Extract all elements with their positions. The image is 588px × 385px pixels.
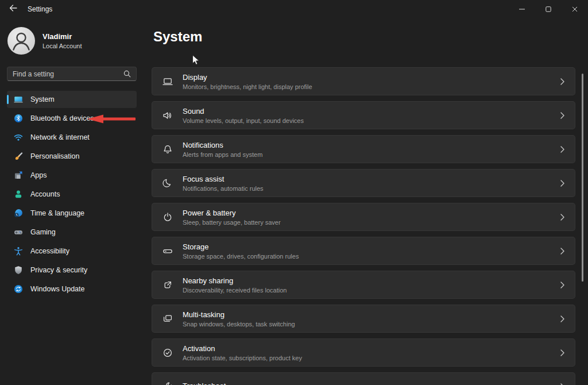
windows-update-icon [14, 284, 23, 294]
accounts-icon [14, 190, 23, 199]
focus-assist-icon [161, 177, 174, 190]
sidebar-item-apps[interactable]: Apps [7, 167, 137, 184]
settings-window-body: Vladimir Local Account System [0, 18, 588, 385]
search-box [7, 67, 137, 81]
card-subtitle: Storage space, drives, configuration rul… [183, 253, 560, 260]
sidebar-item-label: Gaming [30, 228, 56, 236]
back-arrow-icon [9, 4, 17, 14]
titlebar: Settings [0, 0, 588, 18]
card-title: Nearby sharing [183, 276, 560, 285]
card-subtitle: Activation state, subscriptions, product… [183, 355, 560, 361]
user-profile[interactable]: Vladimir Local Account [7, 27, 137, 55]
search-icon [123, 70, 131, 78]
card-notifications[interactable]: Notifications Alerts from apps and syste… [152, 135, 575, 163]
chevron-right-icon [560, 112, 564, 119]
card-subtitle: Snap windows, desktops, task switching [183, 321, 560, 328]
sidebar-nav: System Bluetooth & devices Network & int… [7, 91, 137, 298]
time-language-icon [14, 209, 23, 218]
page-title: System [153, 29, 575, 45]
chevron-right-icon [560, 214, 564, 221]
activation-icon [161, 346, 174, 359]
card-power-battery[interactable]: Power & battery Sleep, battery usage, ba… [152, 203, 575, 231]
accessibility-icon [14, 247, 23, 256]
selection-indicator [7, 95, 9, 104]
maximize-button[interactable] [535, 0, 562, 18]
card-subtitle: Sleep, battery usage, battery saver [183, 219, 560, 226]
avatar [7, 27, 35, 55]
minimize-icon [519, 4, 525, 14]
card-activation[interactable]: Activation Activation state, subscriptio… [152, 338, 575, 367]
main-content: System Display Monitors, brightness, nig… [144, 18, 588, 385]
scrollbar-thumb[interactable] [582, 74, 583, 282]
card-display[interactable]: Display Monitors, brightness, night ligh… [152, 67, 575, 95]
network-icon [14, 133, 23, 142]
sidebar-item-label: System [30, 95, 55, 103]
chevron-right-icon [560, 349, 564, 356]
card-title: Power & battery [183, 209, 560, 217]
apps-icon [14, 171, 23, 180]
card-multi-tasking[interactable]: Multi-tasking Snap windows, desktops, ta… [152, 305, 575, 333]
sidebar-item-label: Personalisation [30, 152, 79, 160]
sidebar-item-label: Time & language [30, 209, 84, 217]
chevron-right-icon [560, 78, 564, 85]
card-title: Notifications [183, 141, 560, 149]
sidebar-item-gaming[interactable]: Gaming [7, 224, 137, 241]
card-title: Display [183, 73, 560, 82]
user-text: Vladimir Local Account [42, 32, 82, 49]
card-subtitle: Monitors, brightness, night light, displ… [183, 83, 560, 90]
troubleshoot-icon [161, 380, 174, 385]
minimize-button[interactable] [509, 0, 535, 18]
card-title: Sound [183, 107, 560, 116]
card-subtitle: Notifications, automatic rules [183, 185, 560, 192]
user-name: Vladimir [42, 32, 82, 41]
gaming-icon [14, 228, 23, 237]
sidebar-item-network-internet[interactable]: Network & internet [7, 129, 137, 146]
sidebar-item-label: Accounts [30, 190, 60, 198]
card-title: Troubleshoot [183, 382, 560, 385]
card-subtitle: Discoverability, received files location [183, 287, 560, 294]
personalisation-icon [14, 152, 23, 161]
nearby-sharing-icon [161, 279, 174, 291]
card-title: Focus assist [183, 175, 560, 183]
search-input[interactable] [13, 70, 123, 78]
sidebar-item-label: Network & internet [30, 133, 90, 141]
sidebar: Vladimir Local Account System [0, 18, 144, 385]
power-battery-icon [161, 211, 174, 224]
sidebar-item-time-language[interactable]: Time & language [7, 205, 137, 222]
notifications-icon [161, 143, 174, 156]
card-troubleshoot[interactable]: Troubleshoot [152, 372, 575, 385]
chevron-right-icon [560, 282, 564, 288]
sidebar-item-label: Apps [30, 171, 47, 179]
system-icon [14, 95, 23, 104]
chevron-right-icon [560, 248, 564, 255]
back-button[interactable] [3, 2, 23, 17]
card-storage[interactable]: Storage Storage space, drives, configura… [152, 237, 575, 265]
window-title: Settings [28, 5, 52, 13]
settings-card-list: Display Monitors, brightness, night ligh… [152, 67, 575, 385]
chevron-right-icon [560, 315, 564, 322]
card-sound[interactable]: Sound Volume levels, output, input, soun… [152, 101, 575, 129]
card-subtitle: Alerts from apps and system [183, 151, 560, 158]
card-title: Storage [183, 242, 560, 251]
sidebar-item-windows-update[interactable]: Windows Update [7, 280, 137, 298]
person-icon [7, 27, 35, 55]
card-title: Activation [183, 344, 560, 353]
sidebar-item-bluetooth-devices[interactable]: Bluetooth & devices [7, 110, 137, 127]
sidebar-item-accounts[interactable]: Accounts [7, 186, 137, 203]
sound-icon [161, 109, 174, 122]
sidebar-item-privacy-security[interactable]: Privacy & security [7, 261, 137, 279]
sidebar-item-label: Windows Update [30, 285, 85, 293]
sidebar-item-accessibility[interactable]: Accessibility [7, 242, 137, 260]
close-button[interactable] [562, 0, 588, 18]
card-nearby-sharing[interactable]: Nearby sharing Discoverability, received… [152, 271, 575, 299]
sidebar-item-system[interactable]: System [7, 91, 137, 108]
close-icon [572, 4, 578, 14]
card-title: Multi-tasking [183, 310, 560, 319]
chevron-right-icon [560, 146, 564, 153]
sidebar-item-personalisation[interactable]: Personalisation [7, 148, 137, 165]
sidebar-item-label: Accessibility [30, 247, 69, 255]
card-subtitle: Volume levels, output, input, sound devi… [183, 117, 560, 124]
bluetooth-icon [14, 114, 23, 123]
chevron-right-icon [560, 383, 564, 385]
card-focus-assist[interactable]: Focus assist Notifications, automatic ru… [152, 169, 575, 197]
